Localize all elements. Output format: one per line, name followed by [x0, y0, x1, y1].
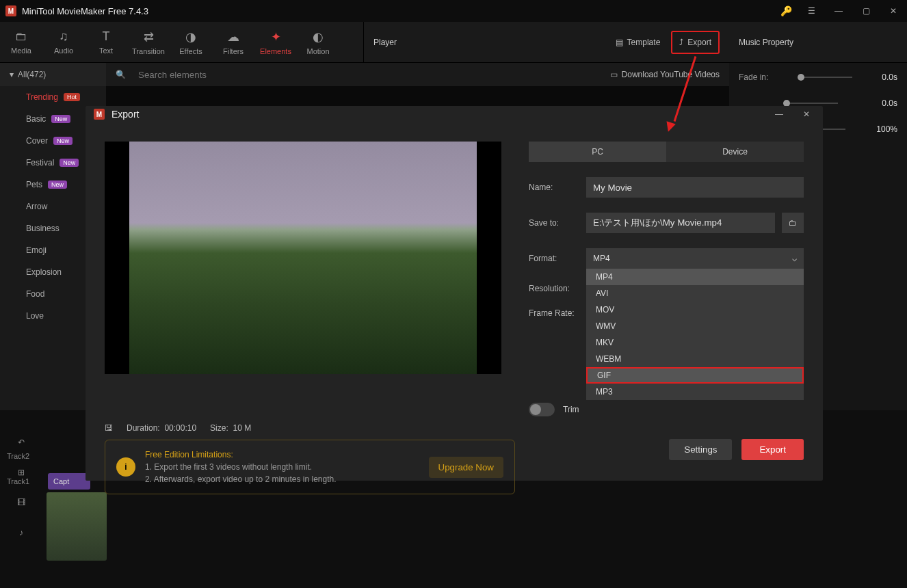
fade-in-label: Fade in:: [739, 72, 768, 82]
name-input[interactable]: [586, 177, 804, 198]
format-option-webm[interactable]: WEBM: [586, 351, 804, 367]
music-icon: ♫: [59, 29, 68, 44]
trim-label: Trim: [563, 405, 579, 414]
track2-label: Track2: [7, 452, 29, 460]
audio-button[interactable]: ♫Audio: [42, 22, 85, 63]
folder-icon: 🗀: [15, 29, 27, 44]
titlebar: M MiniTool MovieMaker Free 7.4.3 🔑 ☰ — ▢…: [0, 0, 907, 22]
add-track-icon[interactable]: ⊞: [18, 468, 25, 477]
sidebar-all[interactable]: ▾All(472): [0, 63, 106, 86]
dialog-title: Export: [111, 109, 139, 120]
info-icon: i: [116, 457, 135, 477]
elements-button[interactable]: ✦Elements: [254, 22, 297, 63]
save-icon: 🖫: [105, 423, 113, 433]
motion-button[interactable]: ◐Motion: [297, 22, 339, 63]
badge: Hot: [64, 93, 80, 101]
format-label: Format:: [529, 254, 579, 263]
folder-icon: 🗀: [789, 218, 797, 228]
close-icon[interactable]: ✕: [885, 3, 902, 19]
film-icon: 🎞: [17, 498, 25, 507]
effects-icon: ◑: [185, 29, 196, 44]
template-button[interactable]: ▤Template: [616, 38, 661, 47]
dialog-minimize-icon[interactable]: —: [771, 106, 787, 122]
download-youtube-button[interactable]: ▭Download YouTube Videos: [610, 70, 720, 79]
key-icon[interactable]: 🔑: [780, 5, 792, 16]
format-option-mkv[interactable]: MKV: [586, 334, 804, 351]
video-icon: ▭: [610, 70, 618, 79]
media-button[interactable]: 🗀Media: [0, 22, 42, 63]
format-select[interactable]: MP4⌵ MP4AVIMOVWMVMKVWEBMGIFMP3: [586, 248, 804, 269]
export-dialog: M Export — ✕ PC Device Name: Save to:🗀 F…: [86, 106, 823, 481]
dialog-close-icon[interactable]: ✕: [798, 106, 815, 122]
audio-track-icon: ♪: [19, 528, 23, 537]
badge: New: [51, 115, 70, 123]
upgrade-button[interactable]: Upgrade Now: [429, 457, 504, 478]
music-property-label: Music Property: [739, 38, 793, 47]
chevron-down-icon: ⌵: [792, 254, 797, 263]
framerate-label: Frame Rate:: [529, 308, 579, 318]
motion-icon: ◐: [313, 29, 324, 44]
toolbar: 🗀Media ♫Audio TText ⇄Transition ◑Effects…: [0, 22, 907, 63]
resolution-label: Resolution:: [529, 284, 579, 293]
maximize-icon[interactable]: ▢: [858, 3, 874, 19]
name-label: Name:: [529, 183, 579, 192]
text-button[interactable]: TText: [85, 22, 127, 63]
app-icon: M: [94, 109, 105, 120]
export-button[interactable]: ⤴Export: [671, 31, 720, 54]
format-option-wmv[interactable]: WMV: [586, 318, 804, 334]
badge: New: [48, 181, 67, 189]
fade-in-slider[interactable]: [798, 77, 852, 78]
track1-label: Track1: [7, 477, 29, 485]
format-option-avi[interactable]: AVI: [586, 285, 804, 302]
search-input[interactable]: [138, 70, 598, 80]
chevron-down-icon: ▾: [10, 70, 14, 79]
sparkle-icon: ✦: [271, 29, 281, 44]
format-dropdown: MP4AVIMOVWMVMKVWEBMGIFMP3: [586, 269, 804, 400]
hamburger-icon[interactable]: ☰: [803, 3, 819, 19]
fade-out-slider[interactable]: [783, 103, 838, 104]
transition-icon: ⇄: [144, 29, 154, 44]
save-to-label: Save to:: [529, 218, 579, 228]
do-export-button[interactable]: Export: [741, 439, 804, 460]
browse-button[interactable]: 🗀: [782, 213, 804, 233]
transition-button[interactable]: ⇄Transition: [127, 22, 170, 63]
export-preview: [105, 142, 501, 374]
text-icon: T: [103, 29, 110, 44]
filters-icon: ☁: [227, 29, 239, 44]
player-label: Player: [373, 38, 397, 47]
tab-pc[interactable]: PC: [529, 142, 666, 162]
format-option-mov[interactable]: MOV: [586, 302, 804, 318]
undo-icon[interactable]: ↶: [18, 438, 25, 447]
format-option-mp4[interactable]: MP4: [586, 269, 804, 285]
effects-button[interactable]: ◑Effects: [170, 22, 212, 63]
app-icon: M: [5, 5, 16, 16]
trim-toggle[interactable]: [529, 403, 555, 416]
search-icon: 🔍: [116, 70, 126, 79]
app-title: MiniTool MovieMaker Free 7.4.3: [22, 6, 148, 16]
save-to-input[interactable]: [586, 213, 775, 233]
settings-button[interactable]: Settings: [669, 439, 732, 460]
filters-button[interactable]: ☁Filters: [212, 22, 254, 63]
limitation-notice: i Free Edition Limitations: 1. Export th…: [105, 440, 515, 494]
minimize-icon[interactable]: —: [830, 3, 847, 19]
video-clip[interactable]: [47, 492, 107, 561]
sidebar-item-trending[interactable]: TrendingHot: [0, 86, 106, 108]
format-option-mp3[interactable]: MP3: [586, 384, 804, 400]
badge: New: [60, 159, 79, 167]
caption-clip[interactable]: Capt: [48, 473, 90, 490]
format-option-gif[interactable]: GIF: [586, 367, 804, 384]
badge: New: [53, 137, 73, 145]
tab-device[interactable]: Device: [666, 142, 804, 162]
upload-icon: ⤴: [679, 38, 683, 47]
layers-icon: ▤: [616, 38, 623, 47]
